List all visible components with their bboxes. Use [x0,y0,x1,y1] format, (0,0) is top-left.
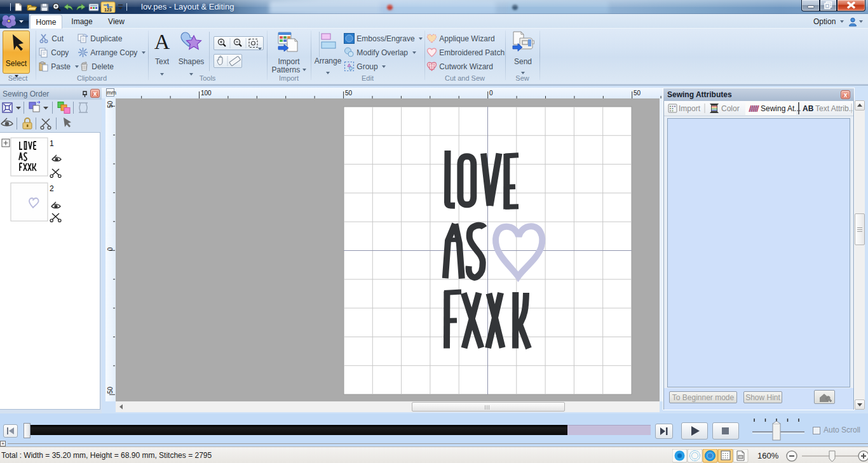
svg-text:AB: AB [803,104,814,113]
svg-text:A: A [154,32,170,51]
svg-text:0: 0 [107,247,114,251]
svg-text:Color: Color [721,104,740,113]
svg-text:Import: Import [679,104,701,113]
svg-text:123: 123 [104,8,112,12]
svg-text:2: 2 [50,184,54,193]
svg-text:1: 1 [50,139,54,148]
svg-text:50: 50 [345,90,353,97]
svg-text:50: 50 [107,386,114,394]
svg-text:50: 50 [634,90,641,97]
svg-text:100: 100 [201,90,212,97]
svg-text:Text Attrib...: Text Attrib... [815,104,853,113]
svg-text:50: 50 [107,100,114,108]
svg-text:Sewing At...: Sewing At... [761,104,801,113]
svg-text:0: 0 [489,90,493,97]
